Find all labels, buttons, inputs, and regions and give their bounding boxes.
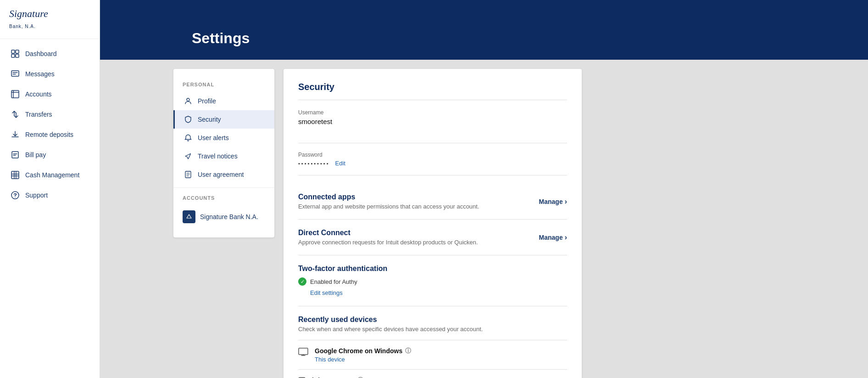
sidebar-label-accounts: Accounts: [25, 90, 52, 98]
sidebar-label-transfers: Transfers: [25, 111, 52, 118]
menu-item-user-agreement[interactable]: User agreement: [173, 165, 274, 184]
brand-name: Signature Bank, N.A.: [9, 8, 90, 30]
support-icon: [11, 191, 20, 200]
menu-item-user-alerts[interactable]: User alerts: [173, 129, 274, 147]
menu-item-travel-notices[interactable]: Travel notices: [173, 147, 274, 165]
device-name-chrome: Google Chrome on Windows ⓘ: [315, 347, 411, 355]
svg-rect-2: [11, 54, 15, 57]
direct-connect-title: Direct Connect: [298, 229, 478, 237]
connected-apps-title: Connected apps: [298, 193, 479, 201]
password-edit-link[interactable]: Edit: [335, 160, 345, 167]
twofa-title: Two-factor authentication: [298, 265, 567, 273]
page-header: Settings: [100, 0, 868, 60]
devices-desc: Check when and where specific devices ha…: [298, 326, 567, 333]
doc-icon: [184, 170, 192, 179]
password-row: •••••••••• Edit: [298, 160, 567, 167]
settings-panel: PERSONAL Profile Security: [100, 60, 868, 378]
menu-item-signature-bank[interactable]: Signature Bank N.A.: [173, 205, 274, 228]
accounts-icon: [11, 90, 20, 99]
connected-apps-desc: External app and website permissions tha…: [298, 203, 479, 210]
sidebar-label-messages: Messages: [25, 70, 55, 78]
menu-label-travel-notices: Travel notices: [198, 152, 238, 160]
menu-item-profile[interactable]: Profile: [173, 92, 274, 110]
devices-title: Recently used devices: [298, 316, 567, 324]
sidebar-label-bill-pay: Bill pay: [25, 151, 46, 158]
sidebar-item-transfers[interactable]: Transfers: [0, 104, 100, 124]
sidebar-item-dashboard[interactable]: Dashboard: [0, 44, 100, 64]
device-sub-chrome: This device: [315, 356, 411, 363]
sidebar-item-support[interactable]: Support: [0, 185, 100, 205]
direct-connect-info: Direct Connect Approve connection reques…: [298, 229, 478, 246]
remote-deposits-icon: [11, 130, 20, 139]
bill-pay-icon: [11, 150, 20, 159]
username-label: Username: [298, 109, 567, 116]
accounts-section-label: ACCOUNTS: [173, 187, 274, 205]
password-dots: ••••••••••: [298, 161, 330, 166]
device-item-iphone: iPhone 13 Pro ⓘ Used 30 mins ago Remove: [298, 369, 567, 378]
svg-rect-1: [16, 50, 19, 53]
logo: Signature Bank, N.A.: [0, 0, 100, 39]
password-label: Password: [298, 152, 567, 158]
messages-icon: [11, 69, 20, 79]
security-heading: Security: [298, 82, 567, 100]
page-title: Settings: [192, 30, 250, 47]
twofa-status-row: ✓ Enabled for Authy: [298, 277, 567, 286]
content-area: PERSONAL Profile Security: [100, 60, 868, 378]
twofa-status-text: Enabled for Authy: [310, 278, 357, 285]
profile-icon: [184, 97, 192, 105]
transfers-icon: [11, 110, 20, 119]
info-icon-iphone[interactable]: ⓘ: [357, 376, 363, 378]
connected-apps-info: Connected apps External app and website …: [298, 193, 479, 210]
svg-rect-3: [16, 54, 19, 57]
twofa-check-icon: ✓: [298, 277, 306, 286]
username-value: smooretest: [298, 118, 567, 125]
menu-label-user-agreement: User agreement: [198, 171, 244, 178]
direct-connect-row: Direct Connect Approve connection reques…: [298, 220, 567, 255]
svg-rect-5: [11, 90, 19, 98]
chevron-right-icon-2: ›: [565, 233, 567, 242]
svg-point-9: [15, 197, 16, 198]
security-card: Security Username smooretest Password ••…: [284, 69, 582, 378]
direct-connect-desc: Approve connection requests for Intuit d…: [298, 239, 478, 246]
connected-apps-row: Connected apps External app and website …: [298, 184, 567, 220]
devices-section: Recently used devices Check when and whe…: [298, 306, 567, 378]
chevron-right-icon: ›: [565, 197, 567, 206]
info-icon-chrome[interactable]: ⓘ: [405, 347, 411, 355]
plane-icon: [184, 152, 192, 160]
svg-rect-7: [11, 171, 19, 179]
sidebar-item-accounts[interactable]: Accounts: [0, 84, 100, 104]
device-info-iphone: iPhone 13 Pro ⓘ Used 30 mins ago Remove: [312, 376, 363, 378]
shield-icon: [184, 115, 192, 124]
personal-section-label: PERSONAL: [173, 78, 274, 92]
sidebar-item-bill-pay[interactable]: Bill pay: [0, 145, 100, 165]
cash-management-icon: [11, 170, 20, 180]
main-area: Settings PERSONAL Profile Security: [100, 0, 868, 378]
twofa-section: Two-factor authentication ✓ Enabled for …: [298, 255, 567, 306]
settings-menu: PERSONAL Profile Security: [173, 69, 274, 237]
device-info-chrome: Google Chrome on Windows ⓘ This device: [315, 347, 411, 363]
svg-rect-4: [11, 71, 19, 76]
dashboard-icon: [11, 49, 20, 58]
sidebar-label-support: Support: [25, 192, 48, 199]
svg-rect-6: [12, 152, 18, 158]
device-name-iphone: iPhone 13 Pro ⓘ: [312, 376, 363, 378]
sidebar: Signature Bank, N.A. Dashboard Messages …: [0, 0, 100, 378]
sidebar-item-cash-management[interactable]: Cash Management: [0, 165, 100, 185]
password-section: Password •••••••••• Edit: [298, 152, 567, 175]
direct-connect-manage[interactable]: Manage ›: [539, 233, 567, 242]
bell-icon: [184, 134, 192, 142]
main-nav: Dashboard Messages Accounts Transfers Re…: [0, 39, 100, 378]
twofa-edit-link[interactable]: Edit settings: [310, 289, 343, 296]
menu-label-user-alerts: User alerts: [198, 134, 229, 141]
sidebar-item-remote-deposits[interactable]: Remote deposits: [0, 124, 100, 145]
menu-label-profile: Profile: [198, 97, 216, 105]
menu-item-security[interactable]: Security: [173, 110, 274, 129]
menu-label-security: Security: [198, 116, 221, 123]
account-name-signature: Signature Bank N.A.: [200, 213, 258, 220]
username-section: Username smooretest: [298, 109, 567, 143]
sidebar-item-messages[interactable]: Messages: [0, 64, 100, 84]
sidebar-label-dashboard: Dashboard: [25, 50, 57, 57]
signature-bank-icon: [183, 210, 195, 223]
connected-apps-manage[interactable]: Manage ›: [539, 197, 567, 206]
svg-rect-12: [299, 348, 308, 355]
